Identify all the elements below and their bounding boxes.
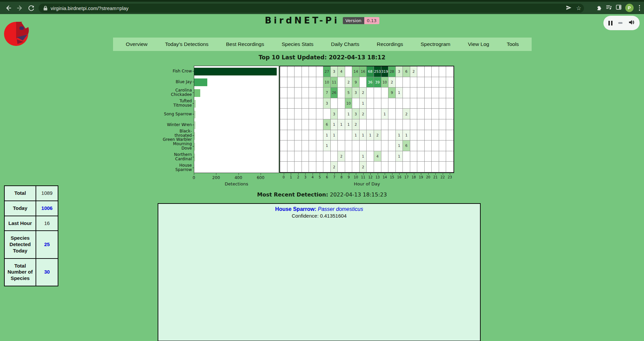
forward-icon[interactable] bbox=[14, 3, 25, 13]
heatmap-cell bbox=[302, 77, 309, 88]
nav-view-log[interactable]: View Log bbox=[468, 41, 489, 47]
heatmap-cell bbox=[287, 162, 295, 172]
nav-overview[interactable]: Overview bbox=[126, 41, 148, 47]
heatmap-cell bbox=[316, 162, 324, 172]
ytick-mark bbox=[193, 103, 194, 104]
detections-bar-plot bbox=[194, 66, 279, 173]
seek-bar[interactable] bbox=[618, 22, 623, 24]
heatmap-cell: 27 bbox=[323, 66, 331, 77]
bookmark-star-icon[interactable]: ☆ bbox=[576, 5, 581, 11]
stat-value[interactable]: 30 bbox=[36, 259, 58, 286]
heatmap-cell bbox=[302, 88, 309, 98]
most-recent-detection: Most Recent Detection: 2022-04-13 18:15:… bbox=[0, 191, 644, 198]
nav-daily-charts[interactable]: Daily Charts bbox=[331, 41, 359, 47]
heatmap-cell: 1 bbox=[345, 109, 353, 119]
detection-bar bbox=[194, 100, 196, 108]
species-label: House Sparrow bbox=[162, 162, 192, 173]
pause-icon[interactable] bbox=[608, 21, 612, 25]
reload-icon[interactable] bbox=[25, 3, 37, 13]
xtick-mark bbox=[349, 173, 349, 175]
ytick-mark bbox=[193, 114, 194, 114]
hour-xtick-label: 18 bbox=[412, 175, 416, 179]
heatmap-cell: 1 bbox=[338, 119, 345, 130]
confidence-value: 0.41351604 bbox=[320, 213, 346, 219]
heatmap-cell bbox=[338, 77, 345, 88]
heatmap-cell bbox=[388, 140, 396, 151]
heatmap-cell bbox=[417, 119, 425, 130]
heatmap-cell bbox=[417, 162, 425, 172]
nav-species-stats[interactable]: Species Stats bbox=[282, 41, 314, 47]
heatmap-cell: 2 bbox=[403, 109, 410, 119]
heatmap-cell bbox=[302, 140, 309, 151]
heatmap-cell bbox=[316, 66, 324, 77]
heatmap-cell bbox=[381, 151, 389, 162]
url-bar[interactable]: virginia.birdnetpi.com/?stream=play ☆ bbox=[39, 4, 584, 13]
heatmap-cell bbox=[417, 98, 425, 109]
nav-recordings[interactable]: Recordings bbox=[377, 41, 403, 47]
heatmap-cell bbox=[309, 66, 316, 77]
heatmap-cell bbox=[280, 130, 287, 141]
hour-xtick-label: 7 bbox=[333, 175, 335, 179]
heatmap-cell: 1 bbox=[367, 130, 374, 141]
nav-spectrogram[interactable]: Spectrogram bbox=[421, 41, 450, 47]
heatmap-cell bbox=[360, 119, 367, 130]
detection-common-name[interactable]: House Sparrow: bbox=[275, 206, 316, 212]
heatmap-cell: 6 bbox=[403, 140, 410, 151]
heatmap-cell bbox=[367, 109, 374, 119]
version-badge: Version 0.13 bbox=[343, 17, 379, 24]
stat-value[interactable]: 25 bbox=[36, 231, 58, 258]
xtick-mark bbox=[392, 173, 392, 175]
nav-todays-detections[interactable]: Today's Detections bbox=[165, 41, 209, 47]
heatmap-cell: 14 bbox=[352, 66, 360, 77]
heatmap-cell bbox=[280, 88, 287, 98]
xtick-mark bbox=[363, 173, 364, 175]
heatmap-cell bbox=[287, 151, 295, 162]
heatmap-cell bbox=[403, 162, 410, 172]
heatmap-cell bbox=[381, 162, 389, 172]
heatmap-cell bbox=[425, 98, 432, 109]
detection-bar bbox=[194, 78, 207, 86]
heatmap-cell bbox=[410, 77, 418, 88]
heatmap-cell bbox=[410, 98, 418, 109]
xtick-mark bbox=[216, 173, 216, 175]
heatmap-cell bbox=[345, 140, 353, 151]
heatmap-cell bbox=[287, 109, 295, 119]
heatmap-cell bbox=[302, 119, 309, 130]
tab-strip bbox=[0, 0, 644, 2]
extensions-icon[interactable] bbox=[596, 4, 602, 12]
stat-value[interactable]: 1006 bbox=[36, 201, 58, 216]
heatmap-cell bbox=[309, 151, 316, 162]
nav-best-recordings[interactable]: Best Recordings bbox=[226, 41, 264, 47]
heatmap-cell bbox=[439, 77, 446, 88]
heatmap-cell bbox=[432, 109, 439, 119]
profile-avatar[interactable]: P bbox=[625, 4, 634, 12]
side-panel-icon[interactable] bbox=[615, 4, 622, 12]
heatmap-cell bbox=[309, 98, 316, 109]
heatmap-cell bbox=[410, 151, 418, 162]
main-nav: Overview Today's Detections Best Recordi… bbox=[113, 38, 532, 51]
hour-xtick-label: 10 bbox=[354, 175, 358, 179]
send-icon[interactable] bbox=[566, 4, 572, 12]
species-label: Northern Cardinal bbox=[162, 152, 192, 162]
heatmap-cell bbox=[439, 88, 446, 98]
menu-dots-icon[interactable] bbox=[637, 5, 642, 11]
ytick-mark bbox=[193, 135, 194, 136]
ytick-mark bbox=[193, 157, 194, 157]
heatmap-cell bbox=[381, 98, 389, 109]
nav-tools[interactable]: Tools bbox=[507, 41, 519, 47]
heatmap-cell bbox=[323, 151, 331, 162]
heatmap-cell bbox=[345, 151, 353, 162]
hour-xtick-label: 22 bbox=[440, 175, 445, 179]
heatmap-cell bbox=[294, 140, 302, 151]
xtick-mark bbox=[450, 173, 450, 175]
heatmap-cell bbox=[396, 77, 403, 88]
stream-audio-player[interactable] bbox=[603, 16, 640, 30]
xtick-mark bbox=[356, 173, 356, 175]
volume-icon[interactable] bbox=[628, 19, 635, 27]
heatmap-cell bbox=[381, 119, 389, 130]
heatmap-cell bbox=[367, 88, 374, 98]
version-value: 0.13 bbox=[364, 17, 379, 24]
heatmap-cell: 1 bbox=[345, 119, 353, 130]
media-queue-icon[interactable] bbox=[605, 4, 612, 12]
back-icon[interactable] bbox=[3, 3, 14, 13]
